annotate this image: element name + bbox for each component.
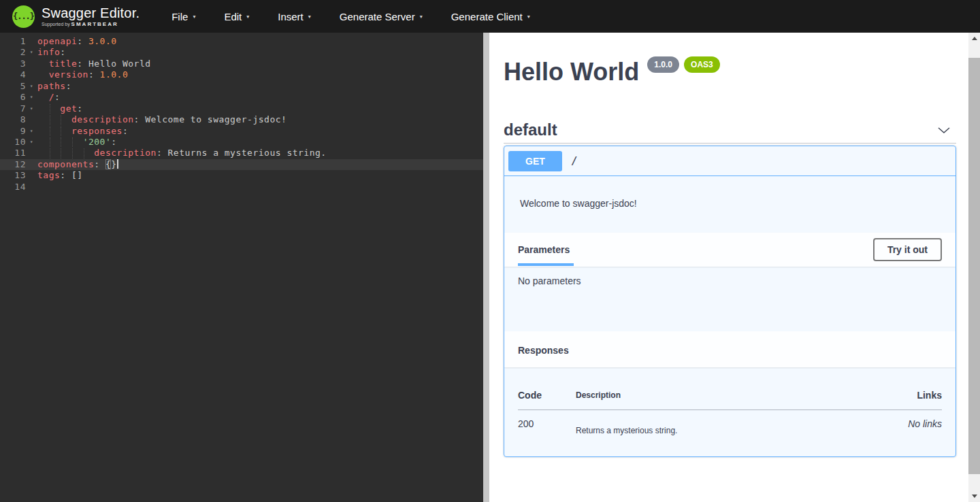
- scroll-up-arrow[interactable]: [968, 33, 980, 44]
- code-line[interactable]: 6▾ /:: [0, 92, 483, 103]
- pane-splitter[interactable]: [483, 33, 489, 502]
- fold-spacer: [26, 159, 37, 170]
- fold-arrow-icon[interactable]: ▾: [26, 92, 37, 103]
- code-line[interactable]: 14: [0, 182, 483, 193]
- line-number: 8: [0, 114, 26, 125]
- opblock-get: GET / Welcome to swagger-jsdoc! Paramete…: [504, 146, 956, 457]
- code-line[interactable]: 1openapi: 3.0.0: [0, 36, 483, 47]
- responses-body: Code Description Links 200 Returns a mys…: [504, 367, 956, 456]
- vertical-scrollbar[interactable]: [968, 33, 980, 502]
- fold-spacer: [26, 182, 37, 193]
- line-number: 12: [0, 159, 26, 170]
- indent-guide: [50, 148, 50, 158]
- header-description: Description: [576, 367, 853, 410]
- code-text: title: Hello World: [37, 58, 151, 69]
- line-number: 9: [0, 126, 26, 137]
- response-description: Returns a mysterious string.: [576, 410, 853, 436]
- fold-arrow-icon[interactable]: ▾: [26, 47, 37, 58]
- oas3-badge: OAS3: [684, 56, 720, 73]
- responses-title: Responses: [518, 345, 569, 356]
- tagline-brand: SMARTBEAR: [71, 21, 118, 27]
- parameters-body: No parameters: [504, 267, 956, 331]
- topbar-nav: File▾Edit▾Insert▾Generate Server▾Generat…: [157, 0, 544, 33]
- parameters-section-header: Parameters Try it out: [504, 233, 956, 267]
- code-text: description: Welcome to swagger-jsdoc!: [37, 114, 287, 125]
- get-method-badge[interactable]: GET: [508, 151, 562, 171]
- swagger-editor-brand[interactable]: {...} Swagger Editor. Supported by SMART…: [12, 5, 140, 28]
- topbar: {...} Swagger Editor. Supported by SMART…: [0, 0, 980, 33]
- tag-name: default: [504, 120, 557, 139]
- code-text: description: Returns a mysterious string…: [37, 148, 327, 158]
- code-line[interactable]: 5▾paths:: [0, 81, 483, 92]
- active-tab-underline: [518, 263, 574, 266]
- code-line[interactable]: 3 title: Hello World: [0, 58, 483, 69]
- menu-label: File: [172, 11, 188, 22]
- fold-spacer: [26, 58, 37, 69]
- brand-tagline: Supported by SMARTBEAR: [42, 22, 140, 27]
- indent-guide: [50, 137, 50, 147]
- indent-guide: [61, 115, 61, 124]
- code-line[interactable]: 11 description: Returns a mysterious str…: [0, 148, 483, 158]
- try-it-out-button[interactable]: Try it out: [873, 238, 942, 261]
- code-line[interactable]: 4 version: 1.0.0: [0, 69, 483, 80]
- fold-arrow-icon[interactable]: ▾: [26, 126, 37, 137]
- menu-label: Generate Client: [451, 11, 523, 22]
- code-line[interactable]: 13tags: []: [0, 170, 483, 181]
- indent-guide: [61, 137, 61, 147]
- brand-name: Swagger Editor.: [42, 6, 140, 20]
- menu-generate-server[interactable]: Generate Server▾: [325, 0, 437, 33]
- menu-edit[interactable]: Edit▾: [210, 0, 263, 33]
- menu-label: Edit: [224, 11, 242, 22]
- line-number: 1: [0, 36, 26, 47]
- caret-down-icon: ▾: [246, 14, 249, 20]
- indent-guide: [72, 148, 73, 158]
- line-number: 5: [0, 81, 26, 92]
- tab-parameters[interactable]: Parameters: [518, 244, 570, 255]
- code-line[interactable]: 9▾ responses:: [0, 126, 483, 137]
- code-line[interactable]: 2▾info:: [0, 47, 483, 58]
- code-text: info:: [37, 47, 66, 58]
- menu-file[interactable]: File▾: [157, 0, 210, 33]
- yaml-editor[interactable]: 1openapi: 3.0.02▾info:3 title: Hello Wor…: [0, 33, 483, 502]
- indent-guide: [84, 148, 84, 158]
- operation-path: /: [571, 154, 578, 167]
- indent-guide: [61, 148, 61, 158]
- line-number: 2: [0, 47, 26, 58]
- fold-arrow-icon[interactable]: ▾: [26, 103, 37, 114]
- operation-summary[interactable]: GET /: [504, 146, 956, 176]
- triangle-up-icon: [972, 37, 977, 40]
- indent-guide: [50, 127, 50, 136]
- fold-arrow-icon[interactable]: ▾: [26, 81, 37, 92]
- menu-label: Insert: [278, 11, 304, 22]
- indent-guide: [50, 104, 50, 114]
- caret-down-icon: ▾: [193, 14, 195, 20]
- line-number: 3: [0, 58, 26, 69]
- tagline-prefix: Supported by: [42, 22, 70, 27]
- line-number: 14: [0, 182, 26, 193]
- indent-guide: [61, 127, 61, 136]
- tag-section-default[interactable]: default: [504, 116, 956, 144]
- fold-spacer: [26, 36, 37, 47]
- code-line[interactable]: 8 description: Welcome to swagger-jsdoc!: [0, 114, 483, 125]
- code-rows: 1openapi: 3.0.02▾info:3 title: Hello Wor…: [0, 36, 483, 193]
- fold-spacer: [26, 148, 37, 158]
- code-text: /:: [37, 92, 60, 103]
- line-number: 10: [0, 137, 26, 148]
- swagger-ui-pane: Hello World 1.0.0 OAS3 default GET / Wel…: [489, 33, 968, 502]
- menu-generate-client[interactable]: Generate Client▾: [437, 0, 544, 33]
- operation-description: Welcome to swagger-jsdoc!: [504, 176, 956, 233]
- code-line[interactable]: 10▾ '200':: [0, 137, 483, 148]
- menu-insert[interactable]: Insert▾: [263, 0, 325, 33]
- api-title: Hello World: [504, 59, 639, 85]
- code-line[interactable]: 7▾ get:: [0, 103, 483, 114]
- no-parameters-text: No parameters: [518, 275, 581, 286]
- scrollbar-thumb[interactable]: [968, 58, 980, 474]
- fold-arrow-icon[interactable]: ▾: [26, 137, 37, 148]
- scroll-down-arrow[interactable]: [968, 490, 980, 502]
- text-cursor: [117, 159, 118, 169]
- api-badges: 1.0.0 OAS3: [647, 56, 719, 73]
- code-line[interactable]: 12components: {}: [0, 159, 483, 170]
- code-text: version: 1.0.0: [37, 69, 128, 80]
- response-code: 200: [518, 410, 576, 436]
- caret-down-icon: ▾: [308, 14, 311, 20]
